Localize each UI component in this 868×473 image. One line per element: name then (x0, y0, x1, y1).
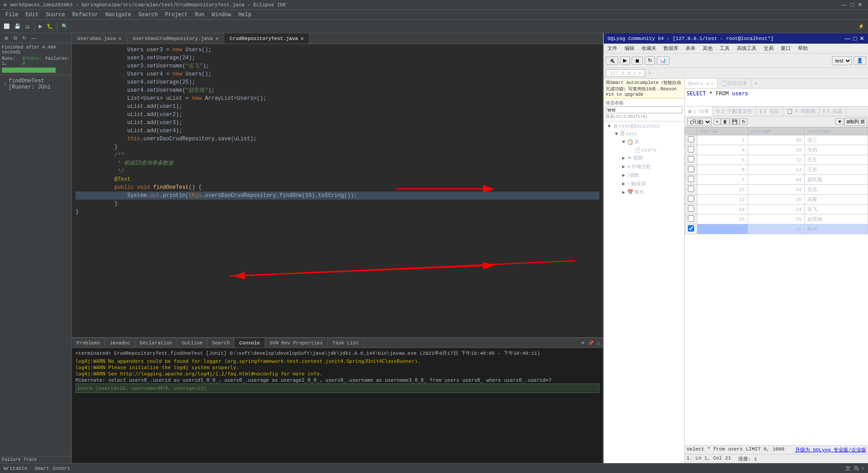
row-checkbox[interactable] (688, 136, 694, 143)
readonly-selector[interactable]: (只读) (687, 118, 712, 126)
sqlyog-refresh-btn[interactable]: ↻ (645, 56, 655, 65)
cell-userage[interactable]: 20 (748, 145, 805, 155)
cell-userage[interactable]: 34 (748, 175, 805, 185)
cell-userid[interactable]: 15 (697, 214, 748, 224)
cell-userid[interactable]: 2 (697, 135, 748, 145)
sqlyog-menu-transaction[interactable]: 交易 (762, 45, 775, 52)
junit-test-item[interactable]: ✓ findOneTest [Runner: JUni (2, 77, 70, 91)
sqlyog-execute-btn[interactable]: ▶ (620, 56, 630, 65)
table-row[interactable]: 2 30 张三 (685, 135, 868, 145)
row-checkbox[interactable] (688, 146, 694, 152)
sqlyog-stop-btn[interactable]: ⏹ (632, 57, 643, 65)
tab-console[interactable]: Console (235, 338, 265, 348)
add-query-tab-button[interactable]: + (751, 79, 760, 88)
sqlyog-upgrade-link[interactable]: 升级为 SQLyog 专业版/企业版 (795, 446, 866, 453)
cell-username[interactable]: 王武 (805, 165, 868, 175)
cell-userid[interactable]: 6 (697, 165, 748, 175)
table-row[interactable]: 15 25 赵世雄 (685, 214, 868, 224)
row-checkbox[interactable] (688, 196, 694, 202)
table-row[interactable]: 13 26 高楼 (685, 195, 868, 205)
row-check[interactable] (685, 224, 697, 234)
code-editor[interactable]: Users user3 = new Users(); user3.setUser… (72, 44, 603, 337)
row-checkbox[interactable] (688, 225, 694, 232)
table-row-selected[interactable]: 16 22 林冲 (685, 224, 868, 234)
new-button[interactable]: ⬜ (2, 22, 12, 30)
cell-username[interactable]: 岳飞 (805, 205, 868, 214)
cell-userage[interactable]: 24 (748, 205, 805, 214)
sqlyog-minimize[interactable]: — (845, 35, 850, 42)
tab-usersdao-close[interactable]: ✕ (119, 36, 122, 41)
tab-usersdaocrud[interactable]: UsersDaoCrudRepository.java ✕ (127, 33, 224, 44)
sqlyog-menu-advanced[interactable]: 高级工具 (735, 45, 758, 52)
table-row[interactable]: 4 20 学四 (685, 145, 868, 155)
filter-input[interactable] (606, 106, 682, 113)
run-button[interactable]: ▶ (37, 22, 44, 30)
cell-userid[interactable]: 16 (697, 224, 748, 234)
tree-func-group[interactable]: ▶ 𝑓 函数 (619, 171, 683, 179)
query-tab-1-close[interactable]: ✕ (711, 81, 713, 86)
table-row[interactable]: 14 24 岳飞 (685, 205, 868, 214)
tab-svn[interactable]: SVN Rev Properties (265, 338, 328, 348)
tree-db[interactable]: ▼ 🗄 test (612, 130, 683, 138)
tab-usersdao[interactable]: UsersDao.java ✕ (72, 33, 127, 44)
cell-userage[interactable]: 22 (748, 155, 805, 165)
sqlyog-user-btn[interactable]: 👤 (854, 56, 866, 65)
result-tab-5[interactable]: ℹ 5 信息 (819, 107, 846, 116)
row-check[interactable] (685, 185, 697, 195)
maximize-button[interactable]: □ (849, 1, 856, 8)
sidebar-btn-1[interactable]: ⊞ (3, 35, 10, 41)
table-row[interactable]: 7 34 赵匡胤 (685, 175, 868, 185)
result-refresh-btn[interactable]: ↻ (740, 118, 748, 125)
sqlyog-menu-other[interactable]: 其他 (701, 45, 714, 52)
sidebar-btn-2[interactable]: ⊟ (12, 35, 19, 41)
sqlyog-menu-tools[interactable]: 工具 (718, 45, 731, 52)
tab-crudrepositorytest[interactable]: CrudRepositoryTest.java ✕ (224, 33, 309, 44)
row-check[interactable] (685, 175, 697, 185)
menu-search[interactable]: Search (135, 10, 161, 19)
cell-userid[interactable]: 7 (697, 175, 748, 185)
sqlyog-table-btn[interactable]: 📊 (657, 56, 669, 65)
row-checkbox[interactable] (688, 166, 694, 172)
cell-userage[interactable]: 26 (748, 195, 805, 205)
cell-username[interactable]: 吴里 (805, 185, 868, 195)
add-connection-button[interactable]: + (645, 70, 654, 77)
close-button[interactable]: ✕ (856, 1, 864, 8)
tree-root[interactable]: ▼ 🖥 root@localhost (605, 122, 683, 130)
menu-help[interactable]: Help (235, 10, 255, 19)
menu-edit[interactable]: Edit (22, 10, 42, 19)
cell-username[interactable]: 赵世雄 (805, 214, 868, 224)
sqlyog-menu-edit[interactable]: 编辑 (623, 45, 636, 52)
row-check[interactable] (685, 155, 697, 165)
cell-username[interactable]: 张三 (805, 135, 868, 145)
cell-username[interactable]: 高楼 (805, 195, 868, 205)
row-check[interactable] (685, 135, 697, 145)
menu-source[interactable]: Source (42, 10, 69, 19)
tab-crudrepositorytest-close[interactable]: ✕ (301, 36, 304, 41)
sidebar-btn-3[interactable]: ↻ (21, 35, 28, 41)
tree-users-table[interactable]: 📄 users (626, 146, 683, 154)
sqlyog-menu-table[interactable]: 表单 (684, 45, 697, 52)
cell-userid[interactable]: 14 (697, 205, 748, 214)
row-check[interactable] (685, 145, 697, 155)
result-filter-btn[interactable]: ▼ (835, 118, 844, 125)
cell-username[interactable]: 赵匡胤 (805, 175, 868, 185)
save-all-button[interactable]: 🗂 (23, 23, 32, 30)
tree-table-group[interactable]: ▼ 📋 表 (619, 138, 683, 146)
query-tab-history[interactable]: 🕐 历史记录 (717, 79, 751, 88)
sqlyog-maximize[interactable]: □ (853, 35, 857, 42)
console-pin-btn[interactable]: 📌 (587, 340, 595, 346)
sqlyog-menu-window[interactable]: 窗口 (779, 45, 793, 52)
menu-window[interactable]: Window (208, 10, 235, 19)
sqlyog-menu-help[interactable]: 帮助 (796, 45, 810, 52)
cell-userage[interactable]: 34 (748, 185, 805, 195)
cell-userage[interactable]: 30 (748, 135, 805, 145)
search-button[interactable]: 🔍 (60, 22, 70, 30)
row-checkbox[interactable] (688, 176, 694, 182)
sqlyog-close[interactable]: ✕ (859, 35, 864, 42)
cell-username[interactable]: 学四 (805, 145, 868, 155)
row-check[interactable] (685, 195, 697, 205)
tab-usersdaocrud-close[interactable]: ✕ (216, 36, 219, 41)
col-header-userage[interactable]: userage (748, 128, 805, 135)
cell-userage[interactable]: 24 (748, 165, 805, 175)
debug-button[interactable]: 🐛 (45, 22, 55, 30)
